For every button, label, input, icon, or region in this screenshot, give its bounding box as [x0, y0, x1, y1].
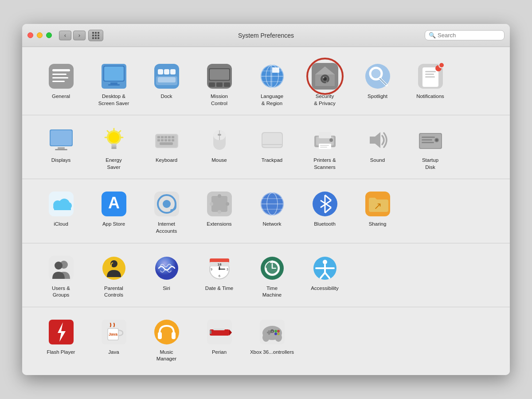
- pref-trackpad[interactable]: Trackpad: [246, 121, 297, 174]
- java-label: Java: [108, 349, 119, 356]
- svg-rect-19: [209, 82, 215, 87]
- pref-displays[interactable]: Displays: [35, 121, 86, 174]
- svg-rect-51: [51, 130, 72, 145]
- pref-extensions[interactable]: Extensions: [194, 185, 245, 238]
- pref-icloud[interactable]: iCloud: [35, 185, 86, 238]
- pref-dock[interactable]: Dock: [141, 58, 192, 110]
- svg-rect-9: [108, 84, 120, 86]
- pref-printers-scanners[interactable]: Printers &Scanners: [299, 121, 350, 174]
- pref-accessibility[interactable]: Accessibility: [299, 250, 350, 302]
- pref-app-store[interactable]: A App Store: [88, 185, 139, 238]
- forward-button[interactable]: ›: [73, 31, 86, 40]
- pref-time-machine[interactable]: TimeMachine: [246, 250, 297, 302]
- search-box[interactable]: 🔍: [425, 30, 505, 40]
- siri-label: Siri: [163, 285, 170, 292]
- desktop-icon-wrap: [100, 62, 128, 90]
- window-title: System Preferences: [238, 32, 294, 39]
- pref-siri[interactable]: Siri: [141, 250, 192, 302]
- svg-point-180: [277, 332, 280, 335]
- svg-rect-165: [154, 320, 179, 344]
- energy-saver-icon-wrap: [100, 126, 128, 154]
- pref-security-privacy[interactable]: Security& Privacy: [299, 58, 350, 110]
- svg-text:18: 18: [217, 262, 221, 266]
- svg-rect-87: [319, 144, 331, 149]
- pref-notifications[interactable]: Notifications: [405, 58, 456, 110]
- pref-java[interactable]: Java Java: [88, 313, 139, 366]
- all-prefs-button[interactable]: [88, 30, 103, 41]
- svg-rect-48: [425, 76, 435, 78]
- pref-internet-accounts[interactable]: InternetAccounts: [141, 185, 192, 238]
- xbox-controllers-icon-wrap: X: [258, 318, 286, 346]
- pref-sharing[interactable]: ↗ Sharing: [352, 185, 403, 238]
- back-button[interactable]: ‹: [59, 31, 71, 40]
- trackpad-label: Trackpad: [262, 157, 283, 164]
- svg-rect-169: [210, 329, 229, 336]
- svg-rect-2: [52, 74, 66, 75]
- pref-parental-controls[interactable]: ParentalControls: [88, 250, 139, 302]
- svg-rect-89: [320, 145, 329, 146]
- pref-perian[interactable]: Perian: [194, 313, 245, 366]
- svg-point-155: [323, 260, 327, 264]
- svg-rect-172: [213, 329, 225, 330]
- search-input[interactable]: [438, 32, 501, 39]
- svg-line-59: [107, 131, 109, 133]
- svg-rect-52: [58, 147, 65, 149]
- svg-rect-15: [158, 77, 176, 82]
- svg-point-179: [274, 332, 277, 335]
- section-hardware-grid: Displays: [35, 121, 497, 174]
- pref-bluetooth[interactable]: Bluetooth: [299, 185, 350, 238]
- svg-rect-95: [422, 139, 432, 141]
- pref-desktop-screensaver[interactable]: Desktop &Screen Saver: [88, 58, 139, 110]
- section-personal-grid: General Desktop &Screen Saver: [35, 58, 497, 110]
- svg-text:9: 9: [211, 268, 212, 271]
- pref-mouse[interactable]: Mouse: [194, 121, 245, 174]
- pref-date-time[interactable]: 12 3 6 9 18: [194, 250, 245, 302]
- svg-point-41: [372, 69, 380, 78]
- svg-rect-46: [425, 71, 436, 72]
- svg-rect-166: [158, 332, 162, 339]
- pref-network[interactable]: Network: [246, 185, 297, 238]
- displays-icon-wrap: [47, 126, 75, 154]
- section-internet-grid: iCloud A App Store: [35, 185, 497, 238]
- pref-mission-control[interactable]: MissionControl: [194, 58, 245, 110]
- pref-sound[interactable]: Sound: [352, 121, 403, 174]
- pref-spotlight[interactable]: Spotlight: [352, 58, 403, 110]
- pref-keyboard[interactable]: Keyboard: [141, 121, 192, 174]
- pref-startup-disk[interactable]: StartupDisk: [405, 121, 456, 174]
- energy-saver-label: EnergySaver: [106, 157, 121, 171]
- maximize-button[interactable]: [46, 32, 52, 38]
- svg-rect-53: [55, 149, 67, 150]
- svg-point-177: [274, 330, 277, 332]
- svg-point-88: [329, 138, 333, 142]
- svg-rect-62: [111, 145, 117, 147]
- svg-rect-115: [210, 202, 213, 206]
- svg-rect-69: [168, 136, 171, 138]
- svg-rect-4: [52, 81, 65, 82]
- titlebar: ‹ › System Preferences 🔍: [22, 24, 510, 47]
- svg-rect-8: [110, 82, 117, 84]
- section-personal: General Desktop &Screen Saver: [22, 51, 510, 115]
- svg-rect-167: [172, 332, 176, 339]
- general-label: General: [52, 93, 70, 100]
- svg-point-178: [277, 330, 280, 332]
- svg-rect-111: [211, 196, 227, 212]
- section-internet: iCloud A App Store: [22, 179, 510, 243]
- bluetooth-label: Bluetooth: [314, 221, 336, 228]
- desktop-screensaver-label: Desktop &Screen Saver: [98, 93, 129, 107]
- pref-xbox-controllers[interactable]: X Xbox 36...ontrollers: [246, 313, 297, 366]
- svg-rect-71: [157, 139, 160, 141]
- printers-icon-wrap: [311, 126, 339, 154]
- close-button[interactable]: [27, 32, 33, 38]
- pref-energy-saver[interactable]: EnergySaver: [88, 121, 139, 174]
- svg-rect-14: [170, 69, 176, 74]
- pref-users-groups[interactable]: Users &Groups: [35, 250, 86, 302]
- svg-rect-73: [164, 139, 167, 141]
- pref-music-manager[interactable]: MusicManager: [141, 313, 192, 366]
- minimize-button[interactable]: [37, 32, 43, 38]
- pref-flash-player[interactable]: Flash Player: [35, 313, 86, 366]
- pref-general[interactable]: General: [35, 58, 86, 110]
- svg-rect-94: [422, 137, 435, 138]
- sound-icon-wrap: [364, 126, 392, 154]
- pref-language-region[interactable]: Language& Region: [246, 58, 297, 110]
- date-time-icon-wrap: 12 3 6 9 18: [205, 254, 234, 282]
